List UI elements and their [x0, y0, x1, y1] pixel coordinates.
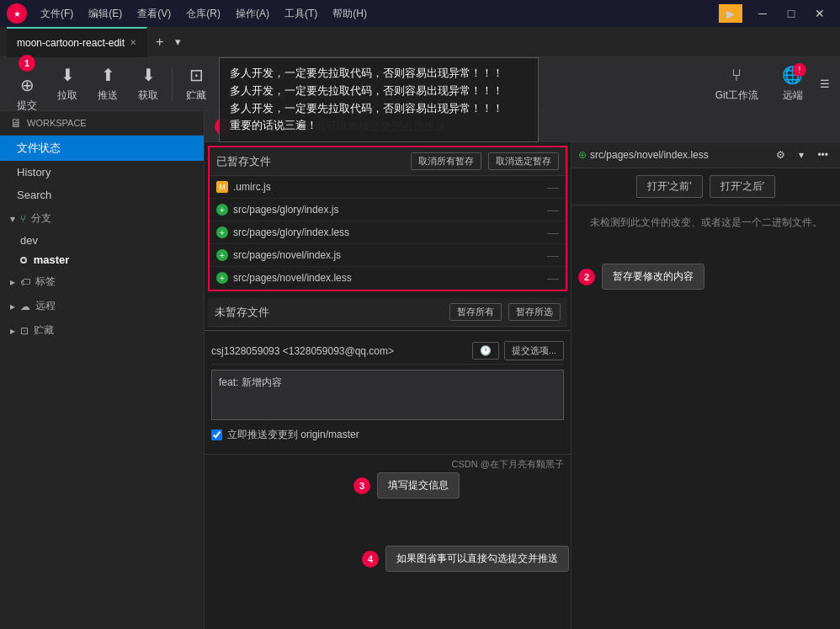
- add-icon: +: [216, 249, 228, 261]
- tooltip-banner: 多人开发，一定要先拉取代码，否则容易出现异常！！！ 多人开发，一定要先拉取代码，…: [219, 57, 539, 142]
- step2-annotation: 暂存要修改的内容: [602, 264, 704, 290]
- minimize-button[interactable]: ─: [749, 0, 776, 27]
- badge-1: 1: [19, 55, 35, 72]
- branch-dev[interactable]: dev: [0, 231, 204, 250]
- stash-section-icon: ⊡: [20, 325, 29, 337]
- stash-label: 贮藏: [186, 88, 206, 103]
- toolbar-gitflow[interactable]: ⑂ Git工作流: [705, 62, 768, 106]
- step4-annotation-container: 4 如果图省事可以直接勾选提交并推送: [362, 546, 569, 572]
- nav-history[interactable]: History: [0, 161, 204, 184]
- step3-bubble: 3: [354, 477, 370, 494]
- tab-dropdown-button[interactable]: ▾: [172, 30, 184, 53]
- hamburger-button[interactable]: ☰: [816, 77, 833, 90]
- mod-icon: M: [216, 181, 228, 193]
- file-minus-icon[interactable]: —: [547, 180, 559, 194]
- toolbar-pull[interactable]: ⬇ 拉取: [47, 61, 88, 106]
- push-label: 推送: [98, 88, 118, 103]
- step2-bubble: 2: [578, 269, 595, 285]
- right-panel-header: ⊕ src/pages/novel/index.less ⚙ ▾ •••: [572, 142, 840, 168]
- tag-section-icon: 🏷: [20, 276, 30, 288]
- section-stash[interactable]: ▸ ⊡ 贮藏: [0, 318, 204, 343]
- workspace-label: WORKSPACE: [27, 118, 87, 128]
- commit-label: 提交: [17, 99, 37, 113]
- toolbar-commit[interactable]: 1 ⊕ 提交: [7, 51, 47, 116]
- commit-area: csj1328059093 <1328059093@qq.com> 🕐 提交选项…: [205, 330, 571, 454]
- toolbar-stash[interactable]: ⊡ 贮藏: [176, 61, 216, 106]
- toolbar-right: ⑂ Git工作流 ! 🌐 远端 ☰: [705, 61, 833, 106]
- menu-tools[interactable]: 工具(T): [278, 3, 324, 24]
- unstaged-title: 未暂存文件: [215, 305, 443, 320]
- tab-label: moon-cartoon-react-edit: [17, 37, 125, 49]
- section-stash-label: 贮藏: [34, 323, 54, 338]
- toolbar: 1 ⊕ 提交 ⬇ 拉取 ⬆ 推送 ⬇ 获取 ⊡ 贮藏 ↺ 丢弃 🏷 标签 多人开…: [0, 57, 840, 111]
- maximize-button[interactable]: □: [778, 0, 805, 27]
- section-remote-label: 远程: [35, 299, 56, 313]
- file-name: src/pages/glory/index.js: [233, 204, 542, 216]
- bottom-bar: CSDN @在下月亮有颗黑子: [205, 454, 571, 474]
- step4-annotation: 如果图省事可以直接勾选提交并推送: [385, 546, 569, 572]
- toolbar-push[interactable]: ⬆ 推送: [88, 61, 128, 106]
- step3-annotation-container: 3 填写提交信息: [354, 472, 460, 498]
- chevron-right-icon2: ▸: [10, 301, 15, 312]
- file-row-novel-js[interactable]: + src/pages/novel/index.js —: [210, 244, 566, 267]
- staged-section: 已暂存文件 取消所有暂存 取消选定暂存 M .umirc.js — + src/…: [208, 146, 567, 291]
- menu-edit[interactable]: 编辑(E): [82, 3, 129, 24]
- menu-view[interactable]: 查看(V): [130, 3, 178, 24]
- section-branch-label: 分支: [31, 211, 51, 226]
- play-button[interactable]: ▶: [719, 4, 742, 23]
- fetch-icon: ⬇: [141, 65, 156, 85]
- menu-help[interactable]: 帮助(H): [326, 3, 374, 24]
- push-icon: ⬆: [101, 65, 115, 85]
- section-remote[interactable]: ▸ ☁ 远程: [0, 294, 204, 318]
- stage-all-button[interactable]: 暂存所有: [449, 303, 502, 321]
- branch-master[interactable]: master: [0, 250, 204, 269]
- toolbar-remote[interactable]: ! 🌐 远端: [772, 61, 813, 106]
- menu-file[interactable]: 文件(F): [34, 3, 80, 24]
- push-checkbox-row: 立即推送变更到 origin/master: [211, 423, 564, 447]
- menu-repo[interactable]: 仓库(R): [179, 3, 227, 24]
- step3-annotation: 填写提交信息: [377, 472, 460, 498]
- right-panel-buttons: 打开'之前' 打开'之后': [572, 168, 840, 205]
- file-name: .umirc.js: [233, 181, 542, 193]
- fetch-label: 获取: [138, 88, 158, 103]
- unstage-all-button[interactable]: 取消所有暂存: [411, 152, 481, 170]
- tooltip-line3: 多人开发，一定要先拉取代码，否则容易出现异常！！！: [230, 100, 528, 118]
- add-icon: +: [216, 272, 228, 284]
- file-row-glory-js[interactable]: + src/pages/glory/index.js —: [210, 199, 566, 221]
- unstaged-header: 未暂存文件 暂存所有 暂存所选: [208, 298, 567, 327]
- section-tags[interactable]: ▸ 🏷 标签: [0, 269, 204, 294]
- tab-close-icon[interactable]: ✕: [130, 38, 136, 47]
- file-name: src/pages/novel/index.less: [233, 272, 542, 284]
- nav-file-status[interactable]: 文件状态: [0, 136, 204, 161]
- file-row-glory-less[interactable]: + src/pages/glory/index.less —: [210, 221, 566, 244]
- section-branch[interactable]: ▾ ⑂ 分支: [0, 206, 204, 231]
- file-row-novel-less[interactable]: + src/pages/novel/index.less —: [210, 267, 566, 290]
- file-minus-icon[interactable]: —: [547, 226, 559, 239]
- file-minus-icon[interactable]: —: [547, 271, 559, 285]
- more-button[interactable]: •••: [812, 147, 833, 163]
- commit-options-button[interactable]: 提交选项...: [504, 341, 564, 360]
- open-before-button[interactable]: 打开'之前': [636, 175, 703, 198]
- close-button[interactable]: ✕: [806, 0, 833, 27]
- menu-action[interactable]: 操作(A): [229, 3, 276, 24]
- remote-section-icon: ☁: [20, 301, 30, 312]
- unstage-selected-button[interactable]: 取消选定暂存: [488, 152, 559, 170]
- expand-button[interactable]: ▾: [794, 147, 809, 163]
- new-tab-button[interactable]: +: [147, 29, 172, 55]
- open-after-button[interactable]: 打开'之后': [710, 175, 776, 198]
- commit-history-button[interactable]: 🕐: [472, 342, 499, 360]
- settings-button[interactable]: ⚙: [771, 147, 790, 163]
- commit-icon: ⊕: [20, 75, 35, 95]
- pull-label: 拉取: [57, 88, 77, 103]
- file-row-umirc[interactable]: M .umirc.js —: [210, 176, 566, 199]
- tooltip-line2: 多人开发，一定要先拉取代码，否则容易出现异常！！！: [230, 83, 528, 100]
- stage-selected-button[interactable]: 暂存所选: [508, 303, 561, 321]
- right-panel-actions: ⚙ ▾ •••: [771, 147, 833, 163]
- toolbar-fetch[interactable]: ⬇ 获取: [128, 61, 168, 106]
- file-minus-icon[interactable]: —: [547, 203, 559, 216]
- nav-search[interactable]: Search: [0, 184, 204, 206]
- menu-bar: 文件(F) 编辑(E) 查看(V) 仓库(R) 操作(A) 工具(T) 帮助(H…: [34, 3, 719, 24]
- file-minus-icon[interactable]: —: [547, 248, 559, 262]
- push-checkbox[interactable]: [211, 429, 222, 440]
- commit-message-input[interactable]: [211, 370, 564, 420]
